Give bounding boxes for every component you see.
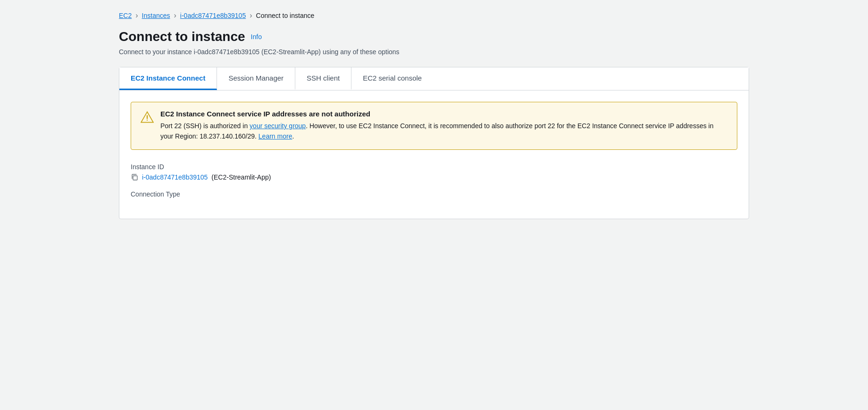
instance-id-value: i-0adc87471e8b39105 (EC2-Streamlit-App) [131,173,737,181]
breadcrumb-separator-2: › [174,11,176,20]
copy-icon[interactable] [131,173,138,181]
connection-type-label: Connection Type [131,190,737,198]
warning-learn-more-suffix: . [292,132,294,140]
warning-learn-more-link[interactable]: Learn more [259,132,292,140]
tabs-container: EC2 Instance Connect Session Manager SSH… [119,67,749,90]
breadcrumb-separator-1: › [135,11,138,20]
tab-session-manager[interactable]: Session Manager [217,67,295,90]
instance-id-section: Instance ID i-0adc87471e8b39105 (EC2-Str… [131,163,737,181]
warning-security-group-link[interactable]: your security group [250,122,306,130]
warning-box: EC2 Instance Connect service IP addresse… [131,102,737,150]
svg-rect-2 [133,176,137,180]
warning-icon [141,111,154,124]
warning-content: EC2 Instance Connect service IP addresse… [160,110,727,142]
page-header: Connect to instance Info [119,29,749,44]
connection-type-section: Connection Type [131,190,737,198]
main-card: EC2 Instance Connect Session Manager SSH… [119,67,749,219]
breadcrumb-ec2[interactable]: EC2 [119,12,132,19]
info-link[interactable]: Info [251,33,262,41]
tab-content: EC2 Instance Connect service IP addresse… [119,90,749,219]
instance-id-suffix: (EC2-Streamlit-App) [211,173,271,181]
warning-title: EC2 Instance Connect service IP addresse… [160,110,727,118]
page-subtitle: Connect to your instance i-0adc87471e8b3… [119,48,749,56]
warning-text: Port 22 (SSH) is authorized in your secu… [160,121,727,142]
page-container: EC2 › Instances › i-0adc87471e8b39105 › … [104,0,764,230]
breadcrumb-separator-3: › [250,11,252,20]
warning-text-before-link: Port 22 (SSH) is authorized in [160,122,250,130]
breadcrumb: EC2 › Instances › i-0adc87471e8b39105 › … [119,11,749,20]
svg-point-1 [147,120,148,121]
instance-id-link[interactable]: i-0adc87471e8b39105 [142,173,208,181]
instance-id-label: Instance ID [131,163,737,171]
page-title: Connect to instance [119,29,245,44]
breadcrumb-instances[interactable]: Instances [142,12,170,19]
tab-ssh-client[interactable]: SSH client [295,67,351,90]
tab-ec2-instance-connect[interactable]: EC2 Instance Connect [119,67,217,90]
breadcrumb-instance-id[interactable]: i-0adc87471e8b39105 [180,12,246,19]
tab-ec2-serial-console[interactable]: EC2 serial console [351,67,433,90]
breadcrumb-current: Connect to instance [256,12,315,19]
